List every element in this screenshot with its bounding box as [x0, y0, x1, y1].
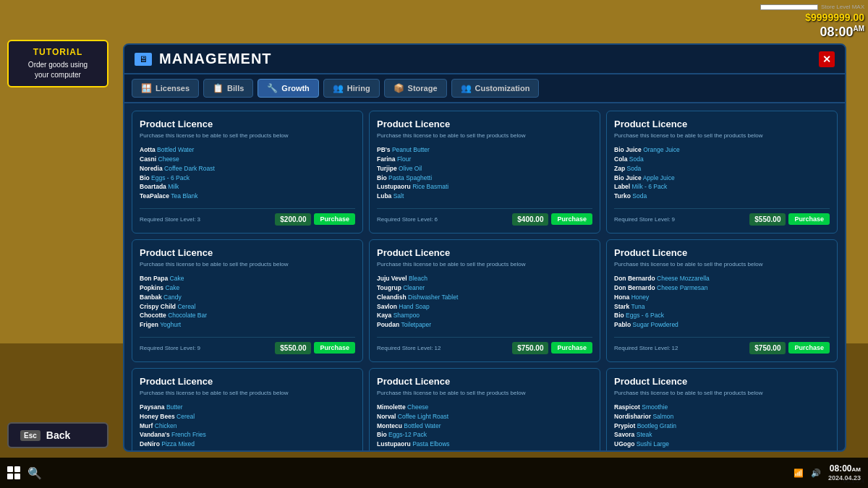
product-line: Nordisharior Salmon: [614, 412, 830, 421]
purchase-button[interactable]: Purchase: [314, 213, 355, 225]
product-line: Noredia Coffee Dark Roast: [140, 164, 355, 174]
product-line: Don Bernardo Cheese Parmesan: [614, 283, 830, 293]
taskbar-left: 🔍: [7, 466, 42, 480]
product-line: Lustupaoru Pasta Elbows: [377, 440, 592, 449]
taskbar-date: 2024.04.23: [828, 474, 861, 482]
licence-card-4: Product Licence Purchase this license to…: [369, 239, 600, 362]
product-line: Mimolette Cheese: [377, 403, 592, 412]
start-icon[interactable]: [7, 466, 20, 479]
product-line: Turjipe Olive Oil: [377, 164, 592, 174]
bills-icon: 📋: [213, 83, 224, 93]
tab-growth[interactable]: 🔧 Growth: [258, 79, 319, 98]
price-purchase: $200.00 Purchase: [275, 213, 355, 226]
content-area: Product Licence Purchase this license to…: [124, 103, 845, 450]
top-right-ui: Store Level MAX $9999999.00 08:00AM: [760, 4, 864, 40]
licence-footer: Required Store Level: 12 $750.00 Purchas…: [614, 337, 830, 354]
req-level: Required Store Level: 12: [614, 345, 678, 351]
licence-card-3: Product Licence Purchase this license to…: [132, 239, 363, 362]
product-line: Bon Papa Cake: [140, 274, 355, 283]
product-line: Lustupaoru Rice Basmati: [377, 182, 592, 192]
req-level: Required Store Level: 12: [377, 345, 441, 351]
licence-products: Juju Vevel BleachTougrup CleanerCleandis…: [377, 274, 592, 330]
taskbar-time: 08:00AM 2024.04.23: [828, 463, 861, 481]
licence-products: PB's Peanut ButterFarina FlourTurjipe Ol…: [377, 145, 592, 201]
tab-licenses[interactable]: 🪟 Licenses: [132, 79, 199, 98]
product-line: Vandana's French Fries: [140, 430, 355, 440]
product-line: Paysana Butter: [140, 403, 355, 412]
licenses-icon: 🪟: [141, 83, 152, 93]
licence-subtitle: Purchase this license to be able to sell…: [140, 390, 355, 397]
store-level-label: Store Level MAX: [821, 4, 864, 10]
purchase-button[interactable]: Purchase: [551, 213, 592, 225]
licence-footer: Required Store Level: 9 $550.00 Purchase: [614, 208, 830, 226]
purchase-button[interactable]: Purchase: [788, 213, 830, 225]
licence-card-8: Product Licence Purchase this license to…: [606, 368, 838, 450]
licence-products: Raspicot SmoothieNordisharior SalmonPryp…: [614, 403, 830, 450]
licence-title: Product Licence: [377, 247, 592, 258]
price-tag: $400.00: [512, 213, 548, 226]
purchase-button[interactable]: Purchase: [788, 342, 830, 354]
product-line: Pablo Sugar Powdered: [614, 320, 830, 330]
product-line: Casni Cheese: [140, 155, 355, 164]
product-line: UGogo Sushi Large: [614, 440, 830, 449]
product-line: Cleandish Dishwasher Tablet: [377, 293, 592, 302]
back-button[interactable]: Esc Back: [7, 422, 109, 448]
price-purchase: $400.00 Purchase: [512, 213, 592, 226]
licence-footer: Required Store Level: 3 $200.00 Purchase: [140, 208, 355, 226]
search-icon[interactable]: 🔍: [27, 466, 42, 480]
licence-footer: Required Store Level: 12 $750.00 Purchas…: [377, 337, 592, 354]
product-line: DeNiro Pizza Mixed: [140, 440, 355, 449]
licence-subtitle: Purchase this license to be able to sell…: [140, 132, 355, 140]
licence-products: Don Bernardo Cheese MozzarellaDon Bernar…: [614, 274, 830, 330]
tab-customization[interactable]: 👥 Customization: [451, 79, 540, 98]
price-purchase: $750.00 Purchase: [749, 342, 830, 354]
product-line: Juju Vevel Bleach: [377, 274, 592, 283]
purchase-button[interactable]: Purchase: [551, 342, 592, 354]
product-line: Prypiot Bootleg Gratin: [614, 421, 830, 431]
price-tag: $750.00: [749, 342, 786, 354]
product-line: Stark Tuna: [614, 302, 830, 312]
tab-bills[interactable]: 📋 Bills: [203, 79, 253, 98]
volume-icon: 🔊: [811, 468, 821, 478]
tab-hiring[interactable]: 👥 Hiring: [323, 79, 380, 98]
product-line: Don Bernardo Cheese Mozzarella: [614, 274, 830, 283]
tab-storage[interactable]: 📦 Storage: [384, 79, 447, 98]
storage-icon: 📦: [393, 83, 404, 93]
product-line: Basu Sugar Brown: [377, 449, 592, 450]
licence-title: Product Licence: [140, 247, 355, 258]
product-line: Kaya Shampoo: [377, 311, 592, 320]
licence-subtitle: Purchase this license to be able to sell…: [377, 390, 592, 397]
back-label: Back: [46, 429, 70, 441]
licence-products: Bon Papa CakePopkins CakeBanbak CandyCri…: [140, 274, 355, 330]
close-button[interactable]: ✕: [819, 51, 835, 67]
licence-title: Product Licence: [614, 119, 830, 129]
price-tag: $750.00: [512, 342, 548, 354]
purchase-button[interactable]: Purchase: [314, 342, 355, 354]
product-line: Bio Juice Apple Juice: [614, 174, 830, 183]
licence-subtitle: Purchase this license to be able to sell…: [140, 261, 355, 268]
product-line: Aotta Bottled Water: [140, 145, 355, 155]
product-line: Savora Steak: [614, 430, 830, 440]
licence-products: Mimolette CheeseNorval Coffee Light Roas…: [377, 403, 592, 450]
product-line: Honey Bees Cereal: [140, 412, 355, 421]
price-tag: $550.00: [275, 342, 311, 354]
product-line: Frigen Yoghurt: [140, 320, 355, 330]
licence-card-2: Product Licence Purchase this license to…: [606, 111, 838, 234]
product-line: Farina Flour: [377, 155, 592, 164]
tabs-bar: 🪟 Licenses 📋 Bills 🔧 Growth 👥 Hiring 📦 S…: [124, 74, 845, 103]
licence-title: Product Licence: [377, 376, 592, 387]
licence-subtitle: Purchase this license to be able to sell…: [614, 132, 830, 140]
product-line: Zap Soda: [614, 164, 830, 174]
licence-footer: Required Store Level: 9 $550.00 Purchase: [140, 337, 355, 354]
price-tag: $550.00: [749, 213, 786, 226]
tutorial-text: Order goods using your computer: [17, 60, 98, 80]
req-level: Required Store Level: 9: [140, 345, 200, 351]
licence-subtitle: Purchase this license to be able to sell…: [614, 390, 830, 397]
window-icon: 🖥: [135, 53, 152, 66]
licence-card-6: Product Licence Purchase this license to…: [132, 368, 363, 450]
licence-card-0: Product Licence Purchase this license to…: [132, 111, 363, 234]
money-display: $9999999.00: [805, 12, 864, 23]
price-purchase: $550.00 Purchase: [275, 342, 355, 354]
level-bar-track: [760, 4, 818, 10]
product-line: Crispy Child Cereal: [140, 302, 355, 312]
